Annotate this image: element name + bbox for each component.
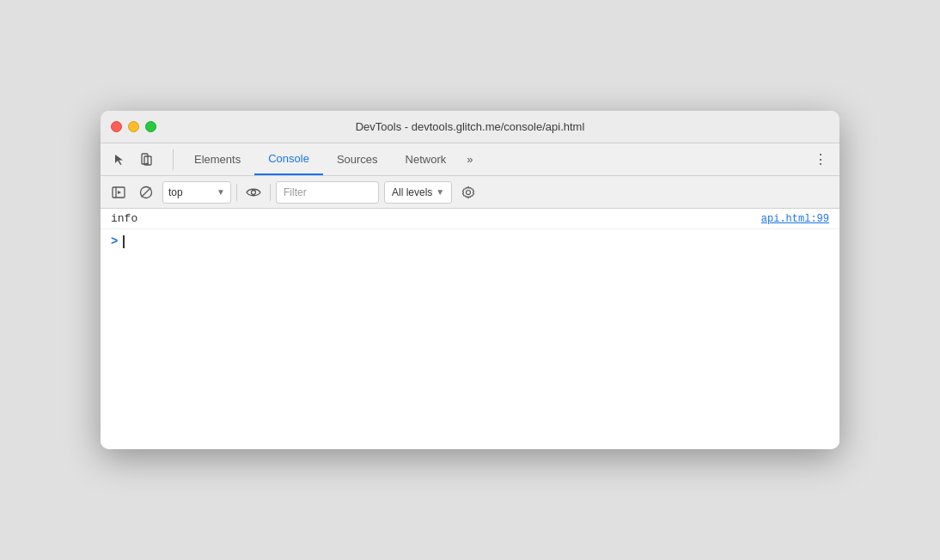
tab-bar: Elements Console Sources Network » ⋮ — [101, 143, 839, 176]
console-log-row: info api.html:99 — [101, 209, 839, 229]
gear-icon — [461, 186, 475, 199]
log-source-link[interactable]: api.html:99 — [761, 213, 829, 225]
tab-divider — [173, 149, 174, 170]
clear-icon — [139, 186, 153, 199]
devtools-menu-button[interactable]: ⋮ — [809, 148, 833, 172]
close-button[interactable] — [111, 121, 122, 132]
tab-list: Elements Console Sources Network » — [180, 143, 809, 175]
console-toolbar: top ▼ All levels ▼ — [101, 176, 839, 209]
window-title: DevTools - devtools.glitch.me/console/ap… — [356, 120, 585, 133]
console-settings-button[interactable] — [457, 181, 479, 204]
traffic-lights — [111, 121, 156, 132]
device-icon — [140, 153, 154, 167]
tab-bar-tools — [107, 148, 159, 172]
context-arrow: ▼ — [217, 187, 225, 197]
cursor-icon — [113, 153, 126, 167]
tab-elements[interactable]: Elements — [180, 143, 254, 175]
minimize-button[interactable] — [128, 121, 139, 132]
sidebar-icon — [112, 186, 125, 199]
tab-console[interactable]: Console — [254, 143, 323, 175]
svg-point-8 — [252, 190, 256, 194]
svg-line-7 — [142, 187, 151, 197]
context-selector[interactable]: top ▼ — [162, 181, 231, 204]
log-message: info — [111, 212, 137, 225]
console-input-row: > — [101, 229, 839, 253]
sidebar-toggle-button[interactable] — [107, 181, 130, 204]
clear-console-button[interactable] — [135, 181, 157, 204]
console-prompt: > — [111, 234, 118, 248]
console-content: info api.html:99 > — [101, 209, 839, 449]
log-levels-button[interactable]: All levels ▼ — [384, 181, 452, 204]
toolbar-divider — [236, 184, 237, 201]
devtools-window: DevTools - devtools.glitch.me/console/ap… — [101, 111, 839, 449]
svg-marker-5 — [118, 191, 121, 194]
device-toolbar-button[interactable] — [135, 148, 159, 172]
console-cursor[interactable] — [123, 235, 125, 248]
eye-icon — [246, 186, 261, 198]
tab-network[interactable]: Network — [392, 143, 461, 175]
tab-sources[interactable]: Sources — [323, 143, 392, 175]
live-expressions-button[interactable] — [242, 181, 265, 204]
maximize-button[interactable] — [145, 121, 156, 132]
inspect-element-button[interactable] — [107, 148, 131, 172]
title-bar: DevTools - devtools.glitch.me/console/ap… — [101, 111, 839, 143]
tab-more-button[interactable]: » — [460, 143, 479, 175]
svg-point-9 — [467, 190, 471, 194]
toolbar-divider-2 — [270, 184, 271, 201]
filter-input[interactable] — [276, 181, 379, 204]
